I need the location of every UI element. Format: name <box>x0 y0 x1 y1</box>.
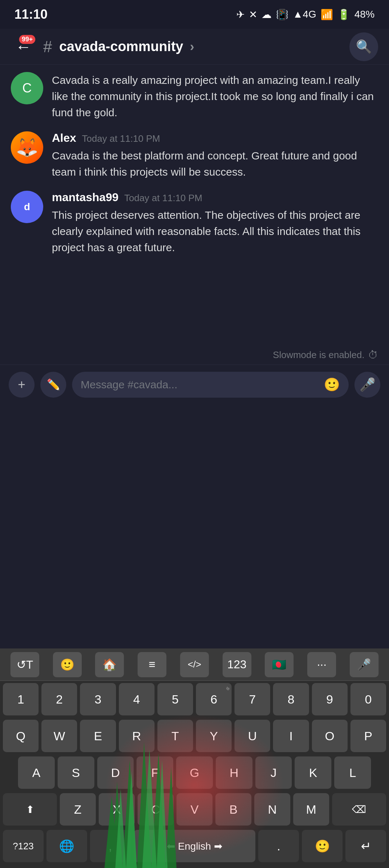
language-label: ⬅ English ➡ <box>167 840 222 852</box>
emoji-button[interactable]: 🙂 <box>324 377 340 392</box>
key-4[interactable]: 4 <box>119 683 155 715</box>
kb-tool-123[interactable]: 123 <box>223 652 251 677</box>
message-placeholder: Message #cavada... <box>81 379 318 391</box>
message-header: mantasha99 Today at 11:10 PM <box>52 191 378 204</box>
mic-button[interactable]: 🎤 <box>354 372 380 398</box>
key-p[interactable]: P <box>350 720 386 752</box>
input-bar: + ✏️ Message #cavada... 🙂 🎤 <box>0 365 389 404</box>
kb-tool-flag[interactable]: 🇧🇩 <box>265 652 294 677</box>
kb-tool-clipboard[interactable]: ≡ <box>138 652 166 677</box>
key-backspace[interactable]: ⌫ <box>332 793 386 826</box>
key-w[interactable]: W <box>41 720 77 752</box>
twitter-icon: ✕ <box>249 9 257 21</box>
key-language[interactable]: 🌐 <box>46 830 87 862</box>
more-icon: ··· <box>317 658 327 671</box>
channel-hash: # <box>43 38 52 56</box>
keyboard-qwerty-row: Q W E R T Y U I O P <box>0 718 389 754</box>
key-3[interactable]: 3 <box>80 683 116 715</box>
key-j[interactable]: J <box>255 756 292 789</box>
key-a[interactable]: A <box>18 756 55 789</box>
status-icons: ✈ ✕ ☁ 📳 ▲4G 📶 🔋 48% <box>236 9 375 21</box>
key-1[interactable]: 1 <box>3 683 39 715</box>
key-z[interactable]: Z <box>60 793 96 826</box>
keyboard[interactable]: ↺T 🙂 🏠 ≡ </> 123 🇧🇩 ··· 🎤 <box>0 648 389 868</box>
key-l[interactable]: L <box>334 756 371 789</box>
key-5[interactable]: 5 <box>157 683 193 715</box>
key-c[interactable]: C <box>138 793 174 826</box>
discord-logo: d <box>18 198 36 216</box>
key-emoji-bottom[interactable]: 🙂 <box>302 830 343 862</box>
code-icon: </> <box>188 659 201 670</box>
message-header: Alex Today at 11:10 PM <box>52 131 378 145</box>
numbers-icon: 123 <box>227 658 246 671</box>
key-space[interactable]: ⬅ English ➡ <box>134 830 256 862</box>
key-y[interactable]: Y <box>196 720 232 752</box>
key-symbols[interactable]: ?123 <box>3 830 44 862</box>
vibrate-icon: 📳 <box>276 9 289 21</box>
kb-tool-more[interactable]: ··· <box>307 652 336 677</box>
plus-button[interactable]: + <box>9 372 35 398</box>
key-2[interactable]: 2 <box>41 683 77 715</box>
key-s[interactable]: S <box>58 756 94 789</box>
key-k[interactable]: K <box>295 756 331 789</box>
key-f[interactable]: F <box>137 756 173 789</box>
message-text: Cavada is a really amazing project with … <box>52 72 378 121</box>
search-icon: 🔍 <box>356 39 372 54</box>
signal-icon: 📶 <box>321 9 333 21</box>
key-t[interactable]: T <box>157 720 193 752</box>
key-0[interactable]: 0 <box>350 683 386 715</box>
kb-tool-code[interactable]: </> <box>180 652 209 677</box>
key-h[interactable]: H <box>216 756 252 789</box>
slowmode-bar: Slowmode is enabled. ⏱ <box>0 345 389 365</box>
cloud-icon: ☁ <box>261 9 272 21</box>
key-enter[interactable]: ↵ <box>345 830 386 862</box>
cycle-icon: ↺T <box>17 658 33 672</box>
kb-tool-cycle[interactable]: ↺T <box>10 652 39 677</box>
key-shift[interactable]: ⬆ <box>3 793 57 826</box>
key-comma[interactable]: , <box>90 830 131 862</box>
emoji-icon: 🙂 <box>60 658 75 672</box>
key-6[interactable]: ৬6 <box>196 683 232 715</box>
message-author: mantasha99 <box>52 191 119 204</box>
key-q[interactable]: Q <box>3 720 39 752</box>
home-icon: 🏠 <box>102 658 117 672</box>
message-author: Alex <box>52 131 76 145</box>
message-content: Cavada is a really amazing project with … <box>52 72 378 121</box>
search-button[interactable]: 🔍 <box>349 32 378 61</box>
kb-tool-voice[interactable]: 🎤 <box>350 652 379 677</box>
keyboard-bottom-row: ?123 🌐 , ⬅ English ➡ . 🙂 ↵ <box>0 828 389 868</box>
key-m[interactable]: M <box>293 793 329 826</box>
notification-badge: 99+ <box>19 35 35 44</box>
message-text: Cavada is the best platform and concept.… <box>52 148 378 180</box>
key-b[interactable]: B <box>215 793 251 826</box>
key-o[interactable]: O <box>312 720 348 752</box>
key-r[interactable]: R <box>119 720 155 752</box>
key-v[interactable]: V <box>176 793 213 826</box>
apps-button[interactable]: ✏️ <box>40 372 66 398</box>
key-u[interactable]: U <box>234 720 270 752</box>
avatar: C <box>11 72 43 104</box>
keyboard-number-row: 1 2 3 4 5 ৬6 7 8 9 0 <box>0 681 389 718</box>
slowmode-text: Slowmode is enabled. <box>273 349 365 361</box>
key-7[interactable]: 7 <box>234 683 270 715</box>
back-button[interactable]: ← 99+ <box>11 34 36 59</box>
key-9[interactable]: 9 <box>312 683 348 715</box>
battery-icon: 🔋 <box>337 9 350 21</box>
key-d[interactable]: D <box>97 756 134 789</box>
message-content: mantasha99 Today at 11:10 PM This projec… <box>52 191 378 256</box>
key-period[interactable]: . <box>258 830 299 862</box>
key-g[interactable]: G <box>176 756 213 789</box>
key-i[interactable]: I <box>273 720 309 752</box>
message-input-area[interactable]: Message #cavada... 🙂 <box>72 372 349 398</box>
kb-tool-emoji[interactable]: 🙂 <box>53 652 82 677</box>
flag-icon: 🇧🇩 <box>272 658 286 672</box>
message-row: 🦊 Alex Today at 11:10 PM Cavada is the b… <box>11 131 378 180</box>
channel-header: ← 99+ # cavada-community › 🔍 <box>0 29 389 65</box>
key-e[interactable]: E <box>80 720 116 752</box>
key-x[interactable]: X <box>99 793 135 826</box>
key-8[interactable]: 8 <box>273 683 309 715</box>
key-n[interactable]: N <box>254 793 290 826</box>
plus-icon: + <box>18 377 25 392</box>
mic-icon: 🎤 <box>359 377 376 392</box>
kb-tool-home[interactable]: 🏠 <box>95 652 124 677</box>
